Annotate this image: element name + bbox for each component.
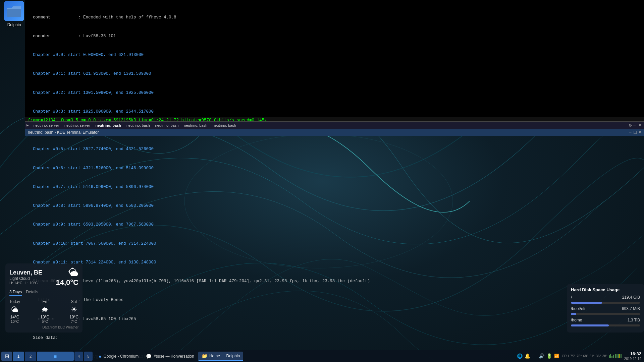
desktop-2-button[interactable]: 2: [25, 352, 36, 361]
terminal-settings-icon[interactable]: ⚙: [629, 122, 632, 128]
cpu-seg-4: [613, 355, 614, 358]
weather-tab-details[interactable]: Details: [26, 290, 38, 296]
terminal-line: comment : Encoded with the help of ffhev…: [28, 14, 641, 21]
terminal-title: neutrino: bash - KDE Terminal Emulator: [28, 130, 99, 135]
terminal-tab-expand[interactable]: ▶: [26, 123, 29, 127]
cpu-temp-3: 68°: [583, 354, 588, 358]
terminal-tab-1[interactable]: neutrino: server: [31, 123, 62, 128]
terminal-win-min[interactable]: −: [629, 130, 632, 135]
hdd-bar-boot: [571, 313, 640, 315]
taskbar-left: ⊞ 1 2 ■ 4 5: [0, 352, 93, 361]
hdd-fill-root: [571, 302, 602, 304]
cpu-temp-6: 38°: [602, 354, 607, 358]
cpu-temp-2: 76°: [577, 354, 582, 358]
hdd-title: Hard Disk Space Usage: [571, 287, 640, 292]
hdd-row-boot: /boot/efi 693,7 MiB: [571, 306, 640, 311]
terminal-window: comment : Encoded with the help of ffhev…: [25, 0, 644, 134]
cpu-bar: [609, 354, 614, 358]
terminal-line-chapter: Chapter #0:3: start 1925.006000, end 264…: [28, 109, 641, 115]
weather-info: Leuven, BE Light Cloud H: 14°C L: 10°C: [9, 269, 42, 285]
dolphin-desktop-icon[interactable]: Dolphin: [1, 1, 27, 27]
terminal-tab-3[interactable]: neutrino: bash: [93, 123, 124, 128]
terminal-tabs-bar: ▶ neutrino: server neutrino: server neut…: [25, 121, 644, 129]
cpu-temp-5: 36°: [596, 354, 601, 358]
terminal-line-chapter: Chapter #0:5: start 3527.774000, end 432…: [28, 146, 641, 153]
network-icon[interactable]: 🌐: [517, 353, 523, 359]
svg-rect-3: [7, 9, 21, 17]
terminal-tab-4[interactable]: neutrino: bash: [124, 123, 153, 128]
desktop-5-button[interactable]: 5: [84, 352, 93, 361]
bat-seg-5: [621, 354, 622, 358]
terminal-window-controls: − □ ×: [629, 130, 641, 135]
taskbar-app-konversation[interactable]: 💬 #suse — Konversation: [143, 352, 198, 361]
active-window-button[interactable]: ■: [37, 352, 74, 361]
taskbar-apps: ● Google - Chromium 💬 #suse — Konversati…: [93, 352, 517, 361]
battery-icon[interactable]: 🔋: [546, 353, 552, 359]
konversation-icon: 💬: [146, 354, 152, 359]
terminal-line-chapter: Chapter #0:10: start 7067.560000, end 73…: [28, 241, 641, 247]
weather-tab-3days[interactable]: 3 Days: [9, 290, 22, 296]
bat-seg-3: [618, 354, 619, 358]
desktop-1-button[interactable]: 1: [13, 352, 24, 361]
sys-indicators: CPU 75° 76° 68° 61° 36° 38°: [562, 354, 622, 358]
terminal-tab-7[interactable]: neutrino: bash: [210, 123, 239, 128]
terminal-titlebar: neutrino: bash - KDE Terminal Emulator −…: [25, 129, 644, 136]
cpu-temp-1: 75°: [570, 354, 575, 358]
terminal-content: comment : Encoded with the help of ffhev…: [25, 0, 644, 362]
hdd-widget: Hard Disk Space Usage / 219,4 GiB /boot/…: [567, 284, 644, 333]
terminal-line-chapter: Chapter #0:2: start 1301.509000, end 192…: [28, 90, 641, 96]
konversation-label: #suse — Konversation: [154, 354, 194, 359]
notifications-icon[interactable]: 🔔: [525, 353, 530, 359]
terminal-line: encoder : Lavc58.65.100 libx265: [28, 316, 641, 322]
hdd-fill-boot: [571, 313, 576, 315]
bat-seg-4: [619, 354, 620, 358]
terminal-close-icon[interactable]: ×: [639, 123, 641, 128]
taskbar-app-chromium[interactable]: ● Google - Chromium: [95, 352, 142, 361]
weather-desc: Light Cloud: [9, 276, 42, 281]
volume-icon[interactable]: 🔊: [539, 353, 544, 359]
taskbar: ⊞ 1 2 ■ 4 5 ● Google - Chromium 💬 #suse …: [0, 350, 644, 362]
weather-day-today: Today 🌥 14°C 10°C: [9, 299, 20, 323]
cpu-seg-2: [610, 354, 611, 358]
weather-location: Leuven, BE: [9, 269, 42, 276]
weather-temp: 14,0°C: [56, 278, 78, 287]
dolphin-taskbar-label: Home — Dolphin: [209, 354, 240, 358]
terminal-tab-2[interactable]: neutrino: server: [62, 123, 93, 128]
terminal-tab-5[interactable]: neutrino: bash: [153, 123, 181, 128]
clock[interactable]: 16:32 2019-12-19: [624, 351, 641, 361]
terminal-line-chapter: Chapter #0:0: start 0.000000, end 621.91…: [28, 52, 641, 58]
desktop-4-button[interactable]: 4: [74, 352, 83, 361]
dolphin-taskbar-icon: 📁: [202, 353, 207, 359]
weather-header: Leuven, BE Light Cloud H: 14°C L: 10°C 🌥…: [9, 267, 78, 287]
hdd-row-root: / 219,4 GiB: [571, 295, 640, 300]
cpu-seg-3: [611, 356, 612, 358]
bat-seg-2: [616, 354, 618, 358]
cpu-temp-4: 61°: [589, 354, 594, 358]
systray: 🌐 🔔 ⬚ 🔊 🔋 📶: [517, 353, 559, 359]
terminal-line: encoder : Lavf58.35.101: [28, 33, 641, 40]
network-wifi-icon[interactable]: 📶: [554, 354, 559, 358]
weather-day-fri: Fri 🌧 13°C 5°C: [40, 299, 49, 323]
taskbar-app-dolphin[interactable]: 📁 Home — Dolphin: [198, 352, 243, 361]
weather-days: Today 🌥 14°C 10°C Fri 🌧 13°C 5°C Sat ☀ 1…: [9, 299, 78, 323]
start-menu-button[interactable]: ⊞: [1, 352, 12, 361]
weather-source[interactable]: Data from BBC Weather: [9, 325, 78, 329]
weather-right: 🌥 14,0°C: [56, 267, 78, 287]
terminal-tab-6[interactable]: neutrino: bash: [181, 123, 210, 128]
weather-hl: H: 14°C L: 10°C: [9, 281, 42, 285]
hdd-row-home: /home 1,3 TiB: [571, 318, 640, 322]
terminal-line: Side data:: [28, 335, 641, 341]
terminal-line-chapter: Chapter #0:1: start 621.913000, end 1301…: [28, 71, 641, 77]
weather-day-sat: Sat ☀ 10°C 7°C: [69, 299, 78, 323]
terminal-line-chapter: Chapter #0:8: start 5896.974000, end 650…: [28, 203, 641, 209]
terminal-line-chapter: Chapter #0:11: start 7314.224000, end 81…: [28, 259, 641, 266]
weather-widget: Leuven, BE Light Cloud H: 14°C L: 10°C 🌥…: [5, 263, 83, 333]
terminal-minimize-icon[interactable]: −: [633, 123, 636, 128]
terminal-win-max[interactable]: □: [634, 130, 636, 135]
hdd-fill-home: [571, 324, 609, 326]
hdd-bar-home: [571, 324, 640, 326]
apps-icon[interactable]: ⬚: [532, 353, 537, 359]
terminal-win-close[interactable]: ×: [639, 130, 641, 135]
terminal-line-chapter: Chapter #0:9: start 6503.205000, end 706…: [28, 222, 641, 228]
clock-time: 16:32: [624, 351, 641, 357]
